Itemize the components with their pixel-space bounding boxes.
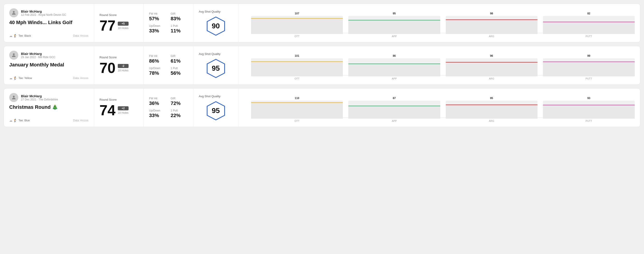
- avatar: [9, 8, 18, 17]
- quality-score: 95: [212, 107, 220, 115]
- fw-hit-label: FW Hit: [149, 97, 166, 100]
- oneputt-value: 22%: [171, 113, 188, 119]
- bar-line: [348, 64, 440, 64]
- bar-fill: [251, 61, 343, 76]
- bar-wrapper: [348, 16, 440, 34]
- quality-score: 90: [212, 22, 220, 30]
- bar-fill: [543, 105, 635, 119]
- round-title: 40 Mph Winds... Links Golf: [9, 20, 88, 25]
- user-info: Blair McHarg 27 Dec 2021 · The Oxfordshi…: [9, 93, 88, 102]
- oneputt-value: 56%: [171, 70, 188, 76]
- user-name: Blair McHarg: [21, 94, 58, 98]
- bar-label: APP: [392, 120, 397, 122]
- bar-label: ARG: [489, 77, 494, 80]
- user-name: Blair McHarg: [21, 9, 66, 13]
- bar-chart: 101 OTT 86 APP 96: [244, 51, 635, 80]
- person-icon: [11, 52, 16, 58]
- card-left: Blair McHarg 29 Jan 2022 · Mill Ride GCC…: [4, 46, 94, 84]
- chart-section: 110 OTT 87 APP 95: [238, 89, 640, 127]
- bar-group-ott: 101 OTT: [251, 54, 343, 80]
- score-badge: +5: [118, 22, 128, 26]
- stats-grid: FW Hit 86% GIR 61% Up/Down 78% 1 Putt 56…: [149, 54, 188, 76]
- fw-hit-label: FW Hit: [149, 54, 166, 58]
- stats-section: FW Hit 86% GIR 61% Up/Down 78% 1 Putt 56…: [144, 46, 193, 84]
- bar-wrapper: [251, 101, 343, 119]
- score-section: Round Score 74 +2 18 Holes: [94, 89, 144, 127]
- user-info: Blair McHarg 12 Feb 2022 · Royal North D…: [9, 8, 88, 17]
- score-detail: -2 18 Holes: [118, 64, 128, 72]
- fw-hit-value: 36%: [149, 101, 166, 106]
- stats-grid: FW Hit 36% GIR 72% Up/Down 33% 1 Putt 22…: [149, 97, 188, 119]
- avatar: [9, 93, 18, 102]
- oneputt-label: 1 Putt: [171, 24, 188, 27]
- data-source: Data: Arccos: [73, 34, 88, 37]
- user-name: Blair McHarg: [21, 52, 55, 56]
- card-footer: ☁ 🏌 Tee: Yellow Data: Arccos: [9, 76, 88, 80]
- bar-wrapper: [543, 16, 635, 34]
- bar-fill: [251, 18, 343, 34]
- tee-label: Tee: Yellow: [18, 77, 32, 80]
- updown-label: Up/Down: [149, 109, 166, 112]
- svg-point-2: [13, 53, 15, 55]
- user-details: Blair McHarg 29 Jan 2022 · Mill Ride GCC: [21, 52, 55, 59]
- svg-point-4: [13, 96, 15, 98]
- bar-group-arg: 98 ARG: [446, 12, 538, 38]
- bar-value-putt: 82: [588, 12, 590, 15]
- bar-line: [543, 105, 635, 105]
- gir-value: 72%: [171, 101, 188, 106]
- score-badge: +2: [118, 106, 128, 110]
- updown-label: Up/Down: [149, 67, 166, 70]
- bar-group-app: 95 APP: [348, 12, 440, 38]
- fw-hit-value: 86%: [149, 58, 166, 64]
- stat-gir: GIR 83%: [171, 12, 188, 22]
- score-holes: 18 Holes: [118, 111, 128, 114]
- updown-value: 78%: [149, 70, 166, 76]
- updown-value: 33%: [149, 28, 166, 34]
- bar-value-app: 95: [393, 12, 396, 15]
- bar-value-ott: 110: [295, 97, 299, 100]
- round-card: Blair McHarg 27 Dec 2021 · The Oxfordshi…: [4, 88, 640, 127]
- hexagon-container: 90: [199, 16, 233, 36]
- avatar: [9, 51, 18, 60]
- score-number: 70: [100, 61, 116, 75]
- oneputt-value: 11%: [171, 28, 188, 34]
- round-title: January Monthly Medal: [9, 62, 88, 68]
- data-source: Data: Arccos: [73, 119, 88, 122]
- bar-value-arg: 96: [490, 54, 493, 57]
- bar-fill: [543, 22, 635, 34]
- bar-value-app: 87: [393, 97, 396, 100]
- weather-icon: ☁ 🏌: [9, 119, 17, 122]
- bar-fill: [348, 20, 440, 34]
- chart-section: 101 OTT 86 APP 96: [238, 46, 640, 84]
- updown-label: Up/Down: [149, 24, 166, 27]
- bar-fill: [348, 64, 440, 76]
- bar-line: [543, 22, 635, 22]
- card-left: Blair McHarg 12 Feb 2022 · Royal North D…: [4, 4, 94, 42]
- gir-label: GIR: [171, 97, 188, 100]
- round-title: Christmas Round 🎄: [9, 104, 88, 110]
- bar-group-ott: 107 OTT: [251, 12, 343, 38]
- bar-wrapper: [348, 58, 440, 76]
- tee-info: ☁ 🏌 Tee: Blue: [9, 119, 30, 122]
- tee-label: Tee: Black: [18, 34, 31, 37]
- bar-group-app: 87 APP: [348, 97, 440, 122]
- bar-group-putt: 93 PUTT: [543, 97, 635, 122]
- gir-value: 83%: [171, 16, 188, 22]
- bar-value-app: 86: [393, 54, 396, 57]
- quality-section: Avg Shot Quality 95: [193, 46, 238, 84]
- score-section: Round Score 77 +5 18 Holes: [94, 4, 144, 42]
- stat-gir: GIR 61%: [171, 54, 188, 64]
- score-label: Round Score: [100, 98, 138, 101]
- svg-point-0: [13, 11, 15, 13]
- bar-line: [446, 19, 538, 20]
- score-detail: +2 18 Holes: [118, 106, 128, 114]
- score-display: 70 -2 18 Holes: [100, 61, 138, 75]
- bar-line: [251, 18, 343, 19]
- score-holes: 18 Holes: [118, 26, 128, 30]
- hexagon: 90: [206, 16, 226, 36]
- bar-line: [251, 61, 343, 62]
- stat-fw-hit: FW Hit 86%: [149, 54, 166, 64]
- card-left: Blair McHarg 27 Dec 2021 · The Oxfordshi…: [4, 89, 94, 127]
- stat-updown: Up/Down 78%: [149, 67, 166, 76]
- bar-line: [348, 20, 440, 20]
